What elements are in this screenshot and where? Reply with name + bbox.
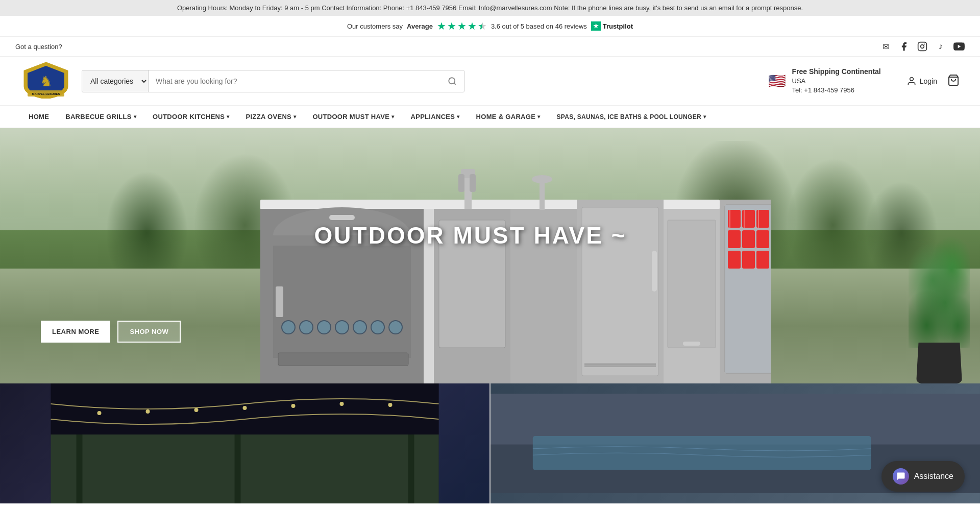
nav-chevron-spas: ▾ — [703, 114, 706, 119]
plant-decoration — [909, 240, 970, 383]
main-header: ♞ MARVEL LESURES All categories 🇺🇸 Free … — [0, 57, 980, 106]
nav-item-outdoor-kitchens[interactable]: OUTDOOR KITCHENS ▾ — [144, 106, 238, 128]
search-area: All categories — [82, 70, 464, 92]
svg-point-2 — [924, 44, 925, 45]
svg-point-77 — [97, 411, 102, 415]
svg-rect-53 — [728, 251, 741, 269]
nav-item-home[interactable]: HOME — [20, 106, 57, 128]
svg-text:MARVEL LESURES: MARVEL LESURES — [32, 92, 60, 95]
svg-point-81 — [291, 404, 296, 408]
nav-item-home-garage[interactable]: HOME & GARAGE ▾ — [468, 106, 549, 128]
hero-overlay-text: OUTDOOR MUST HAVE ~ — [314, 223, 627, 249]
svg-point-21 — [371, 321, 384, 334]
utility-bar: Got a question? ✉ ♪ — [0, 37, 980, 57]
cart-button[interactable] — [947, 74, 960, 88]
svg-rect-55 — [756, 251, 769, 269]
svg-rect-54 — [742, 251, 755, 269]
assistance-label: Assistance — [914, 472, 953, 481]
svg-point-1 — [921, 45, 924, 49]
svg-rect-41 — [668, 220, 716, 348]
instagram-icon[interactable] — [917, 41, 928, 52]
svg-point-80 — [243, 406, 247, 410]
svg-rect-24 — [276, 286, 283, 317]
category-select[interactable]: All categories — [82, 70, 149, 92]
svg-text:♞: ♞ — [40, 74, 53, 89]
nav-chevron-kitchens: ▾ — [227, 114, 229, 119]
nav-item-barbecue[interactable]: BARBECUE GRILLS ▾ — [57, 106, 144, 128]
logo-image: ♞ MARVEL LESURES — [20, 62, 71, 99]
search-input[interactable] — [149, 70, 440, 92]
svg-point-7 — [910, 77, 913, 81]
shipping-info: 🇺🇸 Free Shipping Continental USA Tel: +1… — [768, 67, 881, 95]
facebook-icon[interactable] — [898, 41, 910, 52]
thumb-left-svg — [0, 383, 489, 503]
login-button[interactable]: Login — [906, 76, 937, 86]
svg-point-18 — [317, 321, 331, 334]
trustpilot-review-text: 3.6 out of 5 based on 46 reviews — [491, 22, 587, 30]
svg-point-33 — [532, 175, 552, 183]
shipping-region: USA — [792, 77, 881, 86]
shipping-title: Free Shipping Continental — [792, 67, 881, 77]
trustpilot-logo: ★ Trustpilot — [591, 21, 633, 31]
svg-point-22 — [389, 321, 402, 334]
shop-now-button[interactable]: SHOP NOW — [117, 321, 181, 343]
bottom-thumbnails — [0, 383, 980, 503]
svg-rect-49 — [728, 230, 741, 248]
logo-area[interactable]: ♞ MARVEL LESURES — [20, 62, 71, 100]
svg-point-78 — [146, 409, 150, 414]
svg-rect-27 — [458, 174, 464, 192]
youtube-icon[interactable] — [953, 41, 965, 52]
thumbnail-left[interactable] — [0, 383, 489, 503]
svg-rect-32 — [540, 179, 545, 210]
search-button[interactable] — [440, 70, 464, 92]
svg-rect-23 — [278, 353, 408, 366]
svg-rect-37 — [584, 363, 656, 367]
nav-item-appliances[interactable]: APPLIANCES ▾ — [402, 106, 468, 128]
nav-chevron-home: ▾ — [537, 114, 540, 119]
trustpilot-star: ★ — [591, 21, 601, 31]
nav-item-spas[interactable]: SPAS, SAUNAS, ICE BATHS & POOL LOUNGER ▾ — [548, 106, 714, 128]
usa-flag-icon: 🇺🇸 — [768, 73, 786, 89]
svg-rect-86 — [235, 434, 241, 503]
search-icon — [448, 77, 457, 86]
svg-point-83 — [388, 403, 393, 407]
svg-rect-51 — [756, 230, 769, 248]
nav-chevron-outdoor: ▾ — [391, 114, 394, 119]
nav-chevron-appliances: ▾ — [457, 114, 459, 119]
assistance-avatar-icon — [893, 468, 909, 485]
svg-rect-84 — [51, 434, 439, 503]
got-question-label[interactable]: Got a question? — [15, 43, 62, 51]
trustpilot-customers-say: Our customers say — [347, 22, 403, 30]
svg-rect-50 — [742, 230, 755, 248]
plant-pot — [916, 343, 962, 383]
svg-point-17 — [300, 321, 313, 334]
svg-rect-44 — [725, 205, 771, 373]
svg-rect-14 — [329, 215, 355, 220]
svg-rect-36 — [652, 251, 657, 292]
nav-item-outdoor-must-have[interactable]: OUTDOOR MUST HAVE ▾ — [304, 106, 402, 128]
header-actions: Login — [906, 74, 960, 88]
cart-icon — [947, 74, 960, 86]
svg-rect-85 — [77, 434, 83, 503]
announcement-text: Operating Hours: Monday to Friday: 9 am … — [177, 4, 803, 12]
kitchen-svg — [209, 169, 771, 383]
nav-chevron-barbecue: ▾ — [134, 114, 136, 119]
svg-point-19 — [335, 321, 349, 334]
learn-more-button[interactable]: LEARN MORE — [41, 321, 110, 343]
nav-item-pizza-ovens[interactable]: PIZZA OVENS ▾ — [238, 106, 305, 128]
hero-section: LEARN MORE SHOP NOW OUTDOOR MUST HAVE ~ — [0, 128, 980, 383]
tiktok-icon[interactable]: ♪ — [935, 41, 946, 52]
nav-chevron-pizza: ▾ — [293, 114, 296, 119]
announcement-bar: Operating Hours: Monday to Friday: 9 am … — [0, 0, 980, 16]
svg-rect-42 — [683, 342, 700, 346]
assistance-button[interactable]: Assistance — [881, 461, 965, 492]
hero-buttons: LEARN MORE SHOP NOW — [41, 321, 181, 343]
svg-point-16 — [282, 321, 295, 334]
social-icons-group: ✉ ♪ — [880, 41, 965, 52]
hero-main-headline: OUTDOOR MUST HAVE ~ — [314, 223, 627, 249]
trustpilot-rating-word: Average — [407, 22, 433, 30]
email-icon[interactable]: ✉ — [880, 41, 891, 52]
svg-point-82 — [340, 402, 344, 406]
svg-point-20 — [353, 321, 366, 334]
shipping-tel: Tel: +1 843-459 7956 — [792, 86, 881, 95]
